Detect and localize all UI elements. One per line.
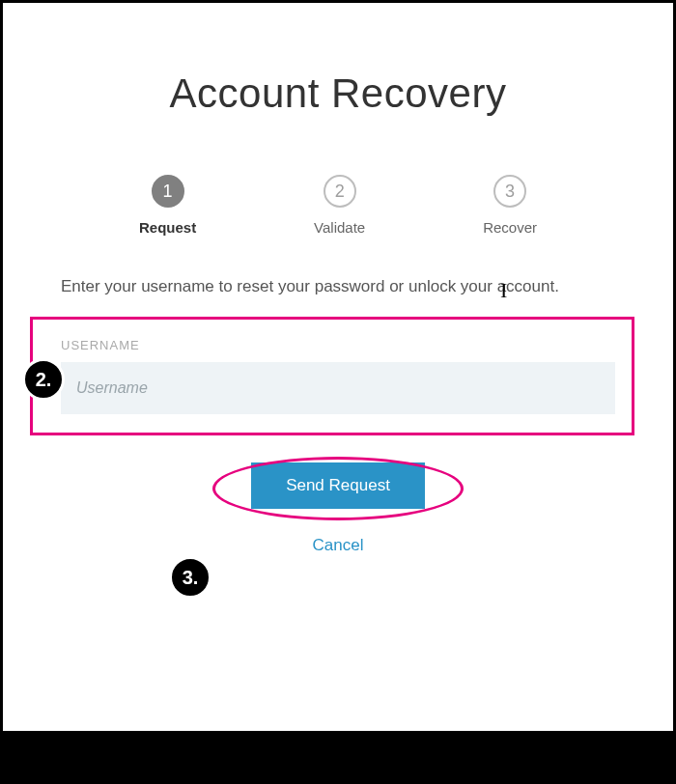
username-input[interactable]	[61, 362, 615, 414]
step-circle-1: 1	[152, 175, 184, 208]
step-indicator: 1 Request 2 Validate 3 Recover	[80, 175, 596, 236]
send-request-button[interactable]: Send Request	[251, 462, 425, 509]
step-validate: 2 Validate	[314, 175, 365, 236]
page-title: Account Recovery	[61, 70, 615, 117]
annotation-callout-3: 3.	[169, 556, 211, 599]
step-label-3: Recover	[483, 219, 537, 236]
step-label-2: Validate	[314, 219, 365, 236]
instruction-text: Enter your username to reset your passwo…	[61, 274, 615, 299]
step-circle-2: 2	[324, 175, 356, 208]
step-label-1: Request	[139, 219, 196, 236]
step-circle-3: 3	[493, 175, 526, 208]
footer-bar	[3, 731, 673, 781]
instruction-content: Enter your username to reset your passwo…	[61, 277, 559, 295]
step-request: 1 Request	[139, 175, 196, 236]
button-area: Send Request Cancel	[61, 462, 615, 555]
username-field-group: USERNAME	[61, 338, 615, 414]
username-label: USERNAME	[61, 338, 615, 352]
step-recover: 3 Recover	[483, 175, 537, 236]
cancel-link[interactable]: Cancel	[61, 536, 615, 555]
